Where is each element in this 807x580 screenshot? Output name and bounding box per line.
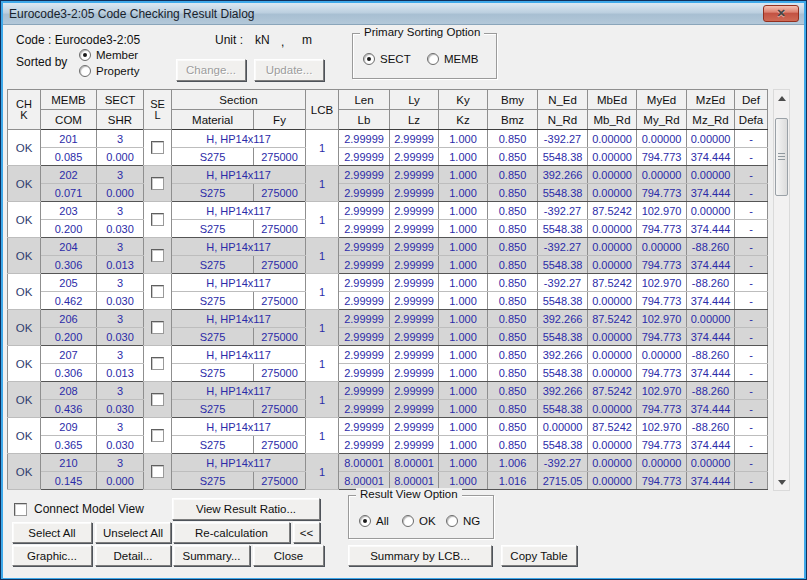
value-cell: -392.27	[538, 454, 588, 472]
radio-sort-sect[interactable]: SECT	[363, 53, 411, 65]
graphic-button[interactable]: Graphic...	[12, 545, 92, 566]
row-select-checkbox[interactable]	[151, 249, 164, 262]
sel-cell	[144, 346, 172, 382]
col-header-def: Def	[735, 90, 768, 110]
sect-cell: 3	[97, 454, 144, 472]
material-cell: S275	[172, 292, 254, 310]
material-cell: S275	[172, 184, 254, 202]
value-cell: 5548.38	[538, 436, 588, 454]
memb-cell: 206	[41, 310, 97, 328]
value-cell: 2.99999	[390, 418, 439, 436]
value-cell: 0.850	[488, 274, 538, 292]
member-row-204-b: 0.3060.013S2752750002.999992.999991.0000…	[8, 256, 768, 274]
connect-model-view-checkbox[interactable]: Connect Model View	[14, 502, 144, 516]
title-bar[interactable]: Eurocode3-2:05 Code Checking Result Dial…	[3, 3, 804, 25]
close-button[interactable]: ✕	[763, 5, 799, 22]
row-select-checkbox[interactable]	[151, 357, 164, 370]
value-cell: 2.99999	[339, 364, 390, 382]
com-cell: 0.306	[41, 364, 97, 382]
value-cell: -	[735, 364, 768, 382]
recalculation-button[interactable]: Re-calculation	[173, 522, 290, 543]
update-button[interactable]: Update...	[254, 59, 324, 81]
row-select-checkbox[interactable]	[151, 177, 164, 190]
value-cell: 374.444	[687, 292, 735, 310]
detail-button[interactable]: Detail...	[95, 545, 171, 566]
col-header-shr: SHR	[97, 110, 144, 130]
row-select-checkbox[interactable]	[151, 213, 164, 226]
row-select-checkbox[interactable]	[151, 429, 164, 442]
lcb-cell: 1	[306, 382, 339, 418]
scroll-up-button[interactable]	[774, 90, 789, 106]
connect-checkbox-icon	[14, 503, 27, 516]
radio-view-ok[interactable]: OK	[402, 515, 436, 527]
summary-button[interactable]: Summary...	[173, 545, 250, 566]
value-cell: 2.99999	[390, 310, 439, 328]
row-select-checkbox[interactable]	[151, 321, 164, 334]
value-cell: 0.850	[488, 436, 538, 454]
member-row-209-b: 0.3650.030S2752750002.999992.999991.0000…	[8, 436, 768, 454]
value-cell: -88.260	[687, 346, 735, 364]
value-cell: 1.000	[439, 184, 488, 202]
view-result-ratio-button[interactable]: View Result Ratio...	[172, 498, 320, 520]
radio-view-all[interactable]: All	[359, 515, 389, 527]
unselect-all-button[interactable]: Unselect All	[95, 522, 171, 543]
scroll-down-button[interactable]	[774, 474, 789, 490]
value-cell: 0.00000	[637, 166, 687, 184]
close-dialog-button[interactable]: Close	[253, 545, 324, 566]
summary-by-lcb-button[interactable]: Summary by LCB...	[348, 545, 492, 566]
value-cell: 794.773	[637, 328, 687, 346]
material-cell: S275	[172, 436, 254, 454]
value-cell: 0.00000	[687, 130, 735, 148]
value-cell: 102.970	[637, 202, 687, 220]
row-select-checkbox[interactable]	[151, 141, 164, 154]
value-cell: 102.970	[637, 382, 687, 400]
value-cell: -88.260	[687, 382, 735, 400]
sel-cell	[144, 238, 172, 274]
value-cell: 5548.38	[538, 400, 588, 418]
copy-table-button[interactable]: Copy Table	[501, 545, 577, 566]
scroll-down-icon	[778, 480, 786, 485]
row-select-checkbox[interactable]	[151, 393, 164, 406]
value-cell: 0.850	[488, 166, 538, 184]
value-cell: -	[735, 148, 768, 166]
memb-cell: 209	[41, 418, 97, 436]
radio-sort-memb[interactable]: MEMB	[427, 53, 479, 65]
row-select-checkbox[interactable]	[151, 465, 164, 478]
select-all-button[interactable]: Select All	[12, 522, 92, 543]
value-cell: 8.00001	[339, 454, 390, 472]
value-cell: 0.00000	[588, 256, 637, 274]
lcb-cell: 1	[306, 418, 339, 454]
table-vertical-scrollbar[interactable]	[773, 89, 790, 491]
member-row-206: OK2063H, HP14x11712.999992.999991.0000.8…	[8, 310, 768, 328]
chk-cell: OK	[8, 202, 41, 238]
radio-sorted-member[interactable]: Member	[79, 49, 138, 61]
row-select-checkbox[interactable]	[151, 285, 164, 298]
dialog-client-area: Code : Eurocode3-2:05 Unit : kN , m Sort…	[3, 25, 804, 578]
lcb-cell: 1	[306, 310, 339, 346]
lcb-cell: 1	[306, 274, 339, 310]
value-cell: 794.773	[637, 148, 687, 166]
code-label: Code : Eurocode3-2:05	[16, 33, 140, 47]
value-cell: 0.850	[488, 148, 538, 166]
com-cell: 0.462	[41, 292, 97, 310]
radio-view-ng[interactable]: NG	[446, 515, 480, 527]
value-cell: -	[735, 256, 768, 274]
change-button[interactable]: Change...	[176, 59, 246, 81]
scrollbar-thumb[interactable]	[775, 118, 788, 196]
col-header-sect: SECT	[97, 90, 144, 110]
result-view-option-title: Result View Option	[356, 488, 462, 500]
sel-cell	[144, 202, 172, 238]
radio-member-icon	[79, 49, 91, 61]
value-cell: -392.27	[538, 130, 588, 148]
value-cell: 0.850	[488, 400, 538, 418]
value-cell: 2.99999	[339, 400, 390, 418]
radio-sorted-property[interactable]: Property	[79, 65, 139, 77]
memb-cell: 201	[41, 130, 97, 148]
value-cell: 1.000	[439, 382, 488, 400]
value-cell: 0.00000	[588, 166, 637, 184]
value-cell: 2.99999	[390, 292, 439, 310]
value-cell: 0.850	[488, 202, 538, 220]
value-cell: 2.99999	[339, 328, 390, 346]
collapse-button[interactable]: <<	[293, 522, 320, 543]
value-cell: -	[735, 274, 768, 292]
